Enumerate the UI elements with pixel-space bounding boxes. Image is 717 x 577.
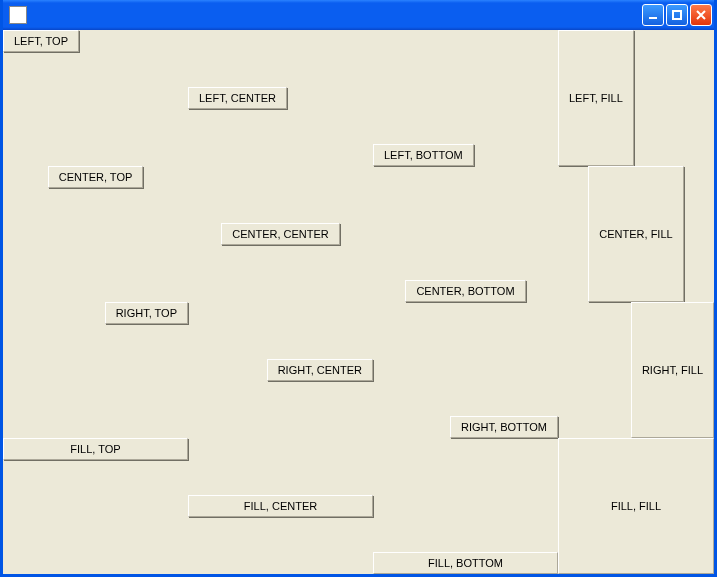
button-right-top[interactable]: RIGHT, TOP xyxy=(105,302,188,324)
app-icon xyxy=(9,6,27,24)
button-center-bottom[interactable]: CENTER, BOTTOM xyxy=(405,280,525,302)
maximize-button[interactable] xyxy=(666,4,688,26)
cell-right-fill: RIGHT, FILL xyxy=(558,302,714,438)
button-right-bottom[interactable]: RIGHT, BOTTOM xyxy=(450,416,558,438)
cell-right-center: RIGHT, CENTER xyxy=(188,302,373,438)
button-center-top[interactable]: CENTER, TOP xyxy=(48,166,144,188)
window-controls xyxy=(642,4,712,26)
cell-right-bottom: RIGHT, BOTTOM xyxy=(373,302,558,438)
button-left-bottom[interactable]: LEFT, BOTTOM xyxy=(373,144,474,166)
button-right-fill[interactable]: RIGHT, FILL xyxy=(631,302,714,438)
button-left-fill[interactable]: LEFT, FILL xyxy=(558,30,634,166)
titlebar[interactable] xyxy=(3,0,714,30)
close-button[interactable] xyxy=(690,4,712,26)
cell-fill-fill: FILL, FILL xyxy=(558,438,714,574)
button-center-center[interactable]: CENTER, CENTER xyxy=(221,223,340,245)
layout-grid: LEFT, TOP LEFT, CENTER LEFT, BOTTOM LEFT… xyxy=(3,30,714,574)
cell-fill-top: FILL, TOP xyxy=(3,438,188,574)
cell-left-bottom: LEFT, BOTTOM xyxy=(373,30,558,166)
cell-fill-center: FILL, CENTER xyxy=(188,438,373,574)
button-fill-top[interactable]: FILL, TOP xyxy=(3,438,188,460)
button-fill-center[interactable]: FILL, CENTER xyxy=(188,495,373,517)
app-window: LEFT, TOP LEFT, CENTER LEFT, BOTTOM LEFT… xyxy=(0,0,717,577)
button-center-fill[interactable]: CENTER, FILL xyxy=(588,166,683,302)
svg-rect-1 xyxy=(673,11,681,19)
client-area: LEFT, TOP LEFT, CENTER LEFT, BOTTOM LEFT… xyxy=(3,30,714,574)
button-left-center[interactable]: LEFT, CENTER xyxy=(188,87,287,109)
cell-center-bottom: CENTER, BOTTOM xyxy=(373,166,558,302)
cell-right-top: RIGHT, TOP xyxy=(3,302,188,438)
button-fill-fill[interactable]: FILL, FILL xyxy=(558,438,714,574)
cell-fill-bottom: FILL, BOTTOM xyxy=(373,438,558,574)
maximize-icon xyxy=(671,9,683,21)
cell-center-fill: CENTER, FILL xyxy=(558,166,714,302)
minimize-icon xyxy=(647,9,659,21)
button-fill-bottom[interactable]: FILL, BOTTOM xyxy=(373,552,558,574)
cell-left-top: LEFT, TOP xyxy=(3,30,188,166)
close-icon xyxy=(695,9,707,21)
button-right-center[interactable]: RIGHT, CENTER xyxy=(267,359,373,381)
cell-left-center: LEFT, CENTER xyxy=(188,30,373,166)
button-left-top[interactable]: LEFT, TOP xyxy=(3,30,79,52)
svg-rect-0 xyxy=(649,17,657,19)
cell-center-center: CENTER, CENTER xyxy=(188,166,373,302)
minimize-button[interactable] xyxy=(642,4,664,26)
cell-left-fill: LEFT, FILL xyxy=(558,30,714,166)
cell-center-top: CENTER, TOP xyxy=(3,166,188,302)
